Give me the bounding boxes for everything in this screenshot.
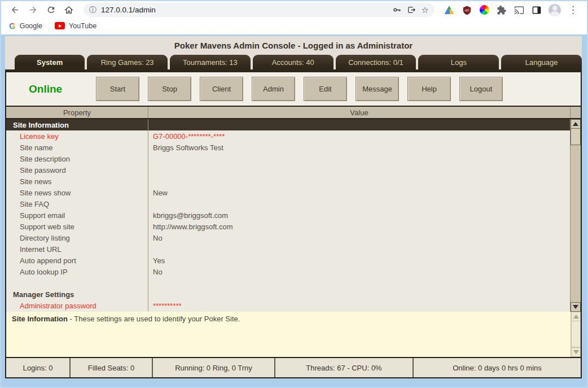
reload-icon[interactable] — [43, 3, 58, 18]
tab-bar: SystemRing Games: 23Tournaments: 13Accou… — [5, 54, 582, 69]
status-filled-seats: Filled Seats: 0 — [69, 358, 152, 377]
share-icon[interactable] — [407, 5, 416, 15]
property-cell: License key — [6, 130, 148, 142]
tab-language[interactable]: Language — [501, 55, 582, 69]
page-viewport: Poker Mavens Admin Console - Logged in a… — [1, 34, 587, 387]
password-key-icon[interactable] — [392, 5, 402, 15]
forward-icon[interactable] — [25, 3, 40, 18]
value-cell — [148, 164, 570, 176]
property-row[interactable]: Site FAQ — [6, 198, 570, 210]
property-row[interactable]: Auto append portYes — [6, 255, 570, 266]
google-logo-icon: G — [9, 21, 16, 30]
column-header-property[interactable]: Property — [6, 107, 148, 118]
property-cell: Site name — [6, 142, 148, 153]
status-online-time: Online: 0 days 0 hrs 0 mins — [413, 358, 581, 377]
property-row[interactable]: Internet URL — [6, 243, 570, 255]
server-status-label: Online — [29, 83, 96, 95]
grid-scrollbar[interactable] — [570, 119, 581, 312]
help-panel-scrollbar[interactable] — [571, 312, 581, 357]
bookmark-star-icon[interactable]: ☆ — [422, 5, 429, 15]
address-bar[interactable]: ⓘ 127.0.0.1/admin ☆ — [84, 3, 435, 17]
value-cell: Yes — [148, 255, 570, 266]
property-cell: Site Information — [6, 119, 148, 130]
value-cell — [148, 198, 570, 210]
browser-toolbar: ⓘ 127.0.0.1/admin ☆ uO — [1, 1, 587, 19]
blank-row — [6, 277, 570, 289]
scrollbar-track[interactable] — [571, 145, 581, 302]
back-icon[interactable] — [7, 3, 22, 18]
section-row[interactable]: Site Information — [6, 119, 570, 130]
stop-button[interactable]: Stop — [148, 77, 191, 101]
tab-tournaments-13[interactable]: Tournaments: 13 — [170, 55, 251, 69]
column-header-value[interactable]: Value — [148, 107, 570, 118]
property-row[interactable]: Site news showNew — [6, 187, 570, 198]
property-row[interactable]: Support web sitehttp://www.briggsoft.com — [6, 221, 570, 232]
property-cell: Support web site — [6, 221, 148, 232]
property-cell: Auto append port — [6, 255, 148, 266]
property-row[interactable]: Site description — [6, 153, 570, 164]
edit-button[interactable]: Edit — [304, 77, 347, 101]
start-button[interactable]: Start — [96, 77, 139, 101]
help-text: Site Information - These settings are us… — [6, 312, 571, 357]
help-scroll-up-button[interactable] — [571, 312, 581, 321]
tab-logs[interactable]: Logs — [418, 55, 499, 69]
property-cell: Site news show — [6, 187, 148, 198]
help-button[interactable]: Help — [407, 77, 451, 101]
property-row[interactable]: Directory listingNo — [6, 232, 570, 243]
section-row[interactable]: Manager Settings — [6, 289, 570, 300]
property-cell: Internet URL — [6, 243, 148, 255]
property-row[interactable]: Auto lookup IPNo — [6, 266, 570, 277]
cast-icon[interactable] — [514, 5, 525, 16]
scrollbar-thumb[interactable] — [571, 129, 581, 145]
browser-window: ⓘ 127.0.0.1/admin ☆ uO — [0, 0, 588, 388]
status-running: Running: 0 Ring, 0 Trny — [152, 358, 274, 377]
tab-connections-0-1[interactable]: Connections: 0/1 — [336, 55, 416, 69]
page-info-icon[interactable]: ⓘ — [89, 5, 96, 15]
message-button[interactable]: Message — [356, 77, 399, 101]
ublock-extension-icon[interactable]: uO — [461, 5, 472, 16]
help-title: Site Information — [12, 315, 68, 323]
scroll-up-button[interactable] — [571, 119, 581, 129]
status-bar: Logins: 0Filled Seats: 0Running: 0 Ring,… — [6, 358, 581, 377]
value-cell: No — [148, 232, 570, 243]
command-bar: Online StartStopClientAdminEditMessageHe… — [6, 72, 581, 107]
home-icon[interactable] — [62, 3, 76, 18]
tab-system[interactable]: System — [15, 55, 85, 69]
url-text[interactable]: 127.0.0.1/admin — [101, 6, 387, 14]
tab-ring-games-23[interactable]: Ring Games: 23 — [87, 55, 168, 69]
value-cell: http://www.briggsoft.com — [148, 221, 570, 232]
extensions-puzzle-icon[interactable] — [496, 5, 507, 16]
help-scrollbar-thumb[interactable] — [571, 321, 581, 347]
help-panel: Site Information - These settings are us… — [6, 312, 581, 358]
property-row[interactable]: Support emailkbriggs@briggsoft.com — [6, 210, 570, 221]
extensions-area: uO ⋮ — [444, 4, 579, 16]
bookmark-google[interactable]: G Google — [9, 21, 42, 30]
client-button[interactable]: Client — [200, 77, 243, 101]
property-row[interactable]: Site news — [6, 176, 570, 187]
scroll-down-button[interactable] — [571, 302, 581, 312]
value-cell — [148, 243, 570, 255]
admin-button[interactable]: Admin — [252, 77, 295, 101]
side-panel-icon[interactable] — [531, 5, 542, 16]
colorwheel-extension-icon[interactable] — [479, 5, 490, 16]
property-row[interactable]: License keyG7-00000-********-**** — [6, 130, 570, 142]
property-cell: Auto lookup IP — [6, 266, 148, 277]
profile-avatar[interactable] — [548, 4, 561, 16]
property-row[interactable]: Administrator password********** — [6, 300, 570, 311]
chrome-menu-icon[interactable]: ⋮ — [567, 5, 579, 15]
bookmark-youtube[interactable]: YouTube — [55, 22, 96, 30]
youtube-logo-icon — [55, 22, 65, 29]
property-row[interactable]: Site password — [6, 164, 570, 176]
tab-accounts-40[interactable]: Accounts: 40 — [253, 55, 334, 69]
grid-rows: Site InformationLicense keyG7-00000-****… — [6, 119, 570, 312]
svg-text:uO: uO — [464, 8, 469, 11]
help-scroll-down-button[interactable] — [571, 347, 581, 357]
status-logins: Logins: 0 — [6, 358, 69, 377]
drive-extension-icon[interactable] — [444, 5, 455, 16]
value-cell: kbriggs@briggsoft.com — [148, 210, 570, 221]
property-row[interactable]: Site nameBriggs Softworks Test — [6, 142, 570, 153]
column-header-scrollbar-spacer — [570, 107, 581, 118]
property-cell — [6, 277, 148, 289]
property-cell: Directory listing — [6, 232, 148, 243]
logout-button[interactable]: Logout — [459, 77, 503, 101]
